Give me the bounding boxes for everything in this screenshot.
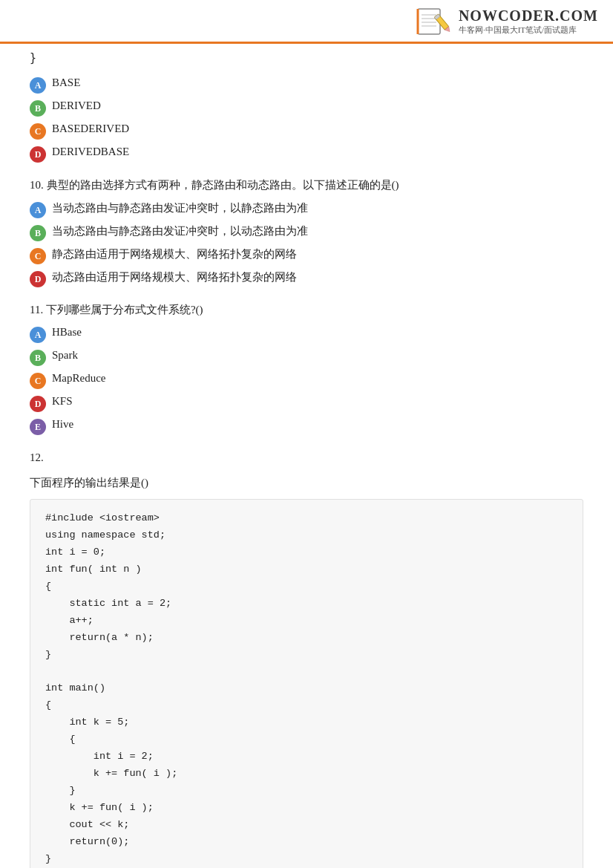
q9-option-c: C BASEDERIVED (30, 123, 583, 140)
q9-option-a-text: BASE (52, 76, 80, 89)
badge-d: D (30, 146, 46, 163)
q11-option-c-text: MapReduce (52, 372, 105, 385)
site-name: NOWCODER.COM (459, 7, 598, 25)
q11-block: 11. 下列哪些属于分布式文件系统?() A HBase B Spark C M… (30, 301, 583, 435)
q11-option-b-text: Spark (52, 349, 78, 362)
q10-badge-c: C (30, 248, 46, 264)
q11-option-e: E Hive (30, 418, 583, 435)
q10-badge-a: A (30, 202, 46, 218)
q9-option-d-text: DERIVEDBASE (52, 146, 129, 158)
q12-text: 下面程序的输出结果是() (30, 474, 583, 492)
q12-code: #include <iostream> using namespace std;… (30, 499, 583, 868)
svg-rect-0 (418, 9, 440, 34)
q9-option-c-text: BASEDERIVED (52, 123, 129, 135)
q9-option-b: B DERIVED (30, 99, 583, 117)
q11-question: 下列哪些属于分布式文件系统?() (46, 304, 203, 316)
q10-question: 典型的路由选择方式有两种，静态路由和动态路由。以下描述正确的是() (47, 179, 399, 191)
badge-a: A (30, 77, 46, 94)
q11-num: 11. (30, 304, 43, 316)
q12-header: 12. (30, 448, 583, 466)
q10-option-c: C 静态路由适用于网络规模大、网络拓扑复杂的网络 (30, 247, 583, 264)
badge-b: B (30, 100, 46, 117)
q10-option-d-text: 动态路由适用于网络规模大、网络拓扑复杂的网络 (52, 270, 297, 284)
q11-badge-d: D (30, 396, 46, 412)
q11-option-c: C MapReduce (30, 372, 583, 389)
site-sub: 牛客网·中国最大IT笔试/面试题库 (459, 25, 577, 36)
q10-option-b-text: 当动态路由与静态路由发证冲突时，以动态路由为准 (52, 224, 308, 238)
q11-badge-c: C (30, 373, 46, 389)
q10-block: 10. 典型的路由选择方式有两种，静态路由和动态路由。以下描述正确的是() A … (30, 176, 583, 287)
q10-option-c-text: 静态路由适用于网络规模大、网络拓扑复杂的网络 (52, 247, 297, 261)
q11-option-b: B Spark (30, 349, 583, 366)
prev-closing-brace: } (30, 51, 583, 65)
q9-option-b-text: DERIVED (52, 99, 101, 112)
q11-option-d-text: KFS (52, 395, 73, 408)
q11-text: 11. 下列哪些属于分布式文件系统?() (30, 301, 583, 319)
q10-num: 10. (30, 179, 44, 191)
q11-option-a-text: HBase (52, 326, 82, 339)
q10-option-b: B 当动态路由与静态路由发证冲突时，以动态路由为准 (30, 224, 583, 241)
logo-text: NOWCODER.COM 牛客网·中国最大IT笔试/面试题库 (459, 7, 598, 36)
q10-badge-b: B (30, 225, 46, 241)
q11-badge-a: A (30, 327, 46, 343)
q11-option-a: A HBase (30, 326, 583, 343)
q12-num: 12. (30, 451, 44, 463)
q10-badge-d: D (30, 271, 46, 287)
q10-option-a: A 当动态路由与静态路由发证冲突时，以静态路由为准 (30, 201, 583, 218)
logo-block: NOWCODER.COM 牛客网·中国最大IT笔试/面试题库 (414, 6, 598, 37)
q11-badge-e: E (30, 419, 46, 435)
q9-options: A BASE B DERIVED C BASEDERIVED D DERIVED… (30, 76, 583, 163)
q9-option-a: A BASE (30, 76, 583, 94)
header: NOWCODER.COM 牛客网·中国最大IT笔试/面试题库 (0, 0, 613, 44)
q10-option-d: D 动态路由适用于网络规模大、网络拓扑复杂的网络 (30, 270, 583, 287)
q11-badge-b: B (30, 350, 46, 366)
main-content: } A BASE B DERIVED C BASEDERIVED D DERIV… (0, 44, 613, 868)
q10-text: 10. 典型的路由选择方式有两种，静态路由和动态路由。以下描述正确的是() (30, 176, 583, 194)
q11-option-d: D KFS (30, 395, 583, 412)
q11-option-e-text: Hive (52, 418, 73, 431)
badge-c: C (30, 123, 46, 140)
q12-block: 12. 下面程序的输出结果是() #include <iostream> usi… (30, 448, 583, 868)
logo-icon (414, 6, 451, 37)
q10-option-a-text: 当动态路由与静态路由发证冲突时，以静态路由为准 (52, 201, 308, 215)
q9-option-d: D DERIVEDBASE (30, 146, 583, 163)
